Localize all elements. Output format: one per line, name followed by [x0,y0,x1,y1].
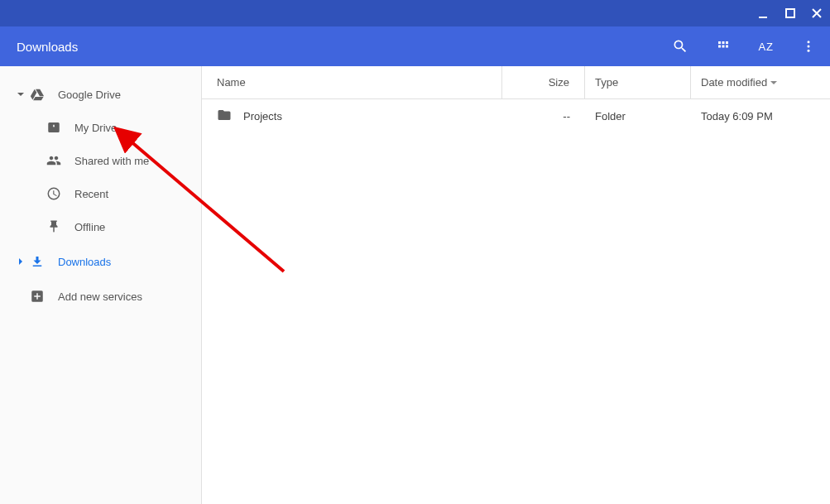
folder-icon [217,108,232,125]
add-box-icon [30,289,45,304]
sidebar-item-google-drive[interactable]: Google Drive [0,78,201,111]
column-label: Name [217,76,246,89]
people-icon [46,153,61,168]
drive-folder-icon [46,120,61,135]
file-name: Projects [243,110,282,122]
column-date[interactable]: Date modified [691,66,830,98]
sidebar-item-downloads[interactable]: Downloads [0,245,201,278]
sidebar-item-my-drive[interactable]: My Drive [0,111,201,144]
sort-label: AZ [758,41,774,53]
more-options-icon[interactable] [800,38,817,55]
svg-point-4 [808,50,810,52]
sidebar-item-recent[interactable]: Recent [0,177,201,210]
chevron-down-icon [15,90,26,98]
file-type: Folder [585,99,691,132]
sidebar-item-label: Add new services [58,290,142,303]
file-row[interactable]: Projects -- Folder Today 6:09 PM [202,99,830,132]
sidebar-item-label: My Drive [74,122,117,134]
column-size[interactable]: Size [502,66,585,98]
header-actions: AZ [672,38,817,55]
sort-button[interactable]: AZ [758,41,774,53]
window-titlebar [0,0,830,26]
sidebar: Google Drive My Drive Shared with me Rec… [0,66,202,504]
pin-icon [46,219,61,234]
column-label: Type [595,76,618,89]
sort-caret-icon [770,76,777,89]
sidebar-item-label: Shared with me [74,155,149,167]
header-title: Downloads [17,40,78,54]
minimize-button[interactable] [757,7,770,20]
sidebar-item-label: Offline [74,221,105,233]
sidebar-item-label: Downloads [58,256,111,268]
file-date: Today 6:09 PM [691,99,830,132]
search-icon[interactable] [672,38,688,55]
sidebar-item-label: Recent [74,188,108,200]
svg-point-3 [808,46,810,48]
column-name[interactable]: Name [202,66,502,98]
grid-view-icon[interactable] [715,38,732,55]
svg-rect-1 [786,9,794,17]
chevron-right-icon [15,257,26,266]
clock-icon [46,186,61,201]
column-label: Date modified [701,76,767,89]
column-label: Size [549,76,569,89]
maximize-button[interactable] [784,7,797,20]
sidebar-item-add-services[interactable]: Add new services [0,280,201,313]
app-header: Downloads AZ [0,26,830,66]
file-size: -- [502,99,585,132]
sidebar-item-label: Google Drive [58,89,121,101]
google-drive-icon [30,87,45,102]
svg-point-2 [808,41,810,43]
app-body: Google Drive My Drive Shared with me Rec… [0,66,830,504]
column-type[interactable]: Type [585,66,691,98]
download-icon [30,254,45,269]
sidebar-item-offline[interactable]: Offline [0,210,201,243]
file-list-panel: Name Size Type Date modified Projects --… [202,66,830,504]
sidebar-item-shared[interactable]: Shared with me [0,144,201,177]
close-button[interactable] [810,7,823,20]
svg-rect-0 [759,17,767,18]
column-headers: Name Size Type Date modified [202,66,830,99]
